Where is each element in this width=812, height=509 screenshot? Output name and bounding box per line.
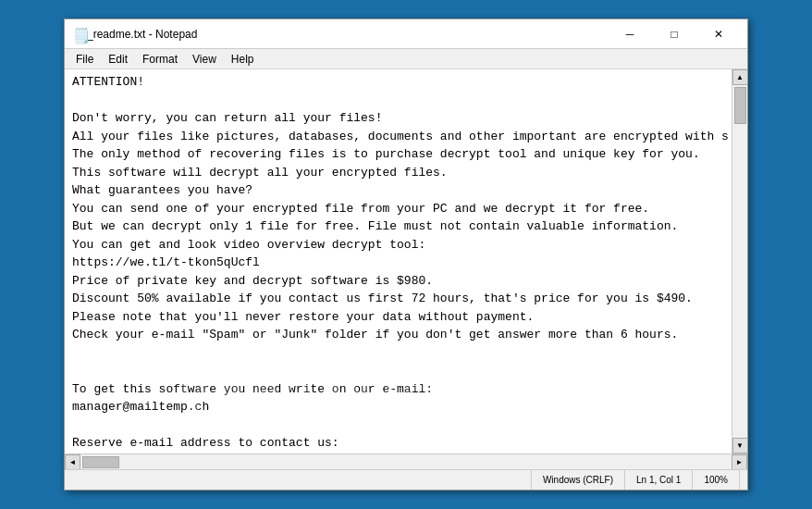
window-title: _readme.txt - Notepad — [87, 28, 609, 41]
app-icon: 🗒️ — [72, 27, 87, 42]
menu-format[interactable]: Format — [135, 51, 185, 68]
scroll-up-button[interactable]: ▲ — [732, 69, 748, 85]
encoding-label: Windows (CRLF) — [543, 475, 613, 485]
maximize-button[interactable]: □ — [653, 19, 695, 49]
menu-help[interactable]: Help — [224, 51, 262, 68]
minimize-button[interactable]: ─ — [609, 19, 651, 49]
menu-bar: File Edit Format View Help — [65, 49, 747, 69]
menu-view[interactable]: View — [185, 51, 224, 68]
editor-container: ATTENTION! Don't worry, you can return a… — [65, 69, 747, 453]
scroll-thumb-vertical[interactable] — [734, 87, 746, 124]
line-col-label: Ln 1, Col 1 — [636, 475, 681, 485]
title-bar: 🗒️ _readme.txt - Notepad ─ □ ✕ — [65, 19, 747, 49]
zoom-label: 100% — [704, 475, 728, 485]
vertical-scrollbar[interactable]: ▲ ▼ — [732, 69, 747, 453]
scroll-right-button[interactable]: ► — [732, 454, 747, 470]
status-encoding: Windows (CRLF) — [532, 470, 625, 490]
scroll-track-horizontal[interactable] — [80, 454, 732, 469]
status-bar: Windows (CRLF) Ln 1, Col 1 100% — [65, 469, 747, 490]
scroll-down-button[interactable]: ▼ — [732, 438, 748, 453]
notepad-window: 🗒️ _readme.txt - Notepad ─ □ ✕ File Edit… — [64, 19, 748, 490]
status-zoom: 100% — [693, 470, 740, 490]
text-area[interactable]: ATTENTION! Don't worry, you can return a… — [65, 69, 732, 453]
window-controls: ─ □ ✕ — [609, 19, 740, 49]
scroll-left-button[interactable]: ◄ — [65, 454, 80, 470]
scroll-thumb-horizontal[interactable] — [82, 456, 119, 468]
status-line-col: Ln 1, Col 1 — [625, 470, 693, 490]
menu-edit[interactable]: Edit — [101, 51, 135, 68]
status-empty — [72, 470, 532, 490]
menu-file[interactable]: File — [68, 51, 101, 68]
close-button[interactable]: ✕ — [697, 19, 740, 49]
scroll-track-vertical[interactable] — [732, 85, 747, 438]
horizontal-scrollbar[interactable]: ◄ ► — [65, 453, 747, 469]
